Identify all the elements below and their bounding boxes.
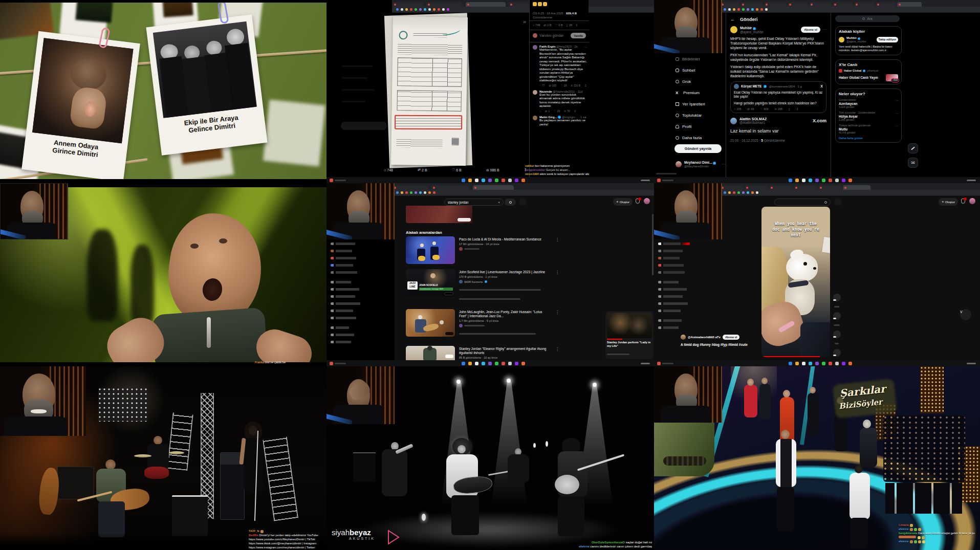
sidebar-item-messages[interactable]: Sohbet — [676, 64, 723, 76]
taskbar-icon[interactable] — [829, 179, 832, 182]
voice-search-button[interactable] — [834, 198, 842, 206]
sidebar-item-skeleton[interactable] — [331, 341, 392, 343]
repost-action[interactable]: ⇄69 — [748, 107, 754, 111]
bookmark-icon[interactable] — [419, 191, 422, 194]
follow-button[interactable]: Abone ol — [801, 27, 820, 33]
share-action[interactable]: ↥ — [584, 84, 586, 87]
youtube-search-box[interactable] — [774, 199, 831, 206]
taskbar-icon[interactable] — [848, 179, 852, 182]
sidebar-item-skeleton[interactable] — [658, 250, 720, 252]
sidebar-item-skeleton[interactable] — [331, 243, 392, 245]
taskbar-icon[interactable] — [842, 362, 845, 365]
search-result[interactable]: JAZZLINE JOHN SCOFIELD Leverkusener Jazz… — [406, 269, 559, 306]
taskbar-icon[interactable] — [829, 362, 832, 365]
result-title[interactable]: John Scofield live | Leverkusener Jazzta… — [459, 270, 550, 274]
quoted-post[interactable]: Kürşat METE ✓ @kursattmete1804 · 1 g X E… — [730, 81, 826, 114]
taskbar-icon[interactable] — [842, 179, 845, 182]
taskbar-icon[interactable] — [475, 179, 478, 182]
reply-item[interactable]: Fatih Ergin @ferg1923 · 2s ⋯ Mahkemenin,… — [533, 45, 587, 87]
taskbar-icon[interactable] — [789, 179, 792, 182]
reply-input[interactable]: Yanıtını gönder — [539, 34, 569, 37]
bookmark-icon[interactable] — [756, 8, 758, 11]
sidebar-item-skeleton[interactable] — [331, 310, 392, 312]
views-action[interactable]: ılı78 — [564, 109, 570, 113]
sidebar-item-skeleton[interactable] — [331, 250, 392, 252]
kebab-icon[interactable]: ⋮ — [555, 237, 559, 242]
bookmark-icon[interactable] — [396, 8, 399, 11]
like-button[interactable] — [833, 294, 841, 301]
taskbar-icon[interactable] — [495, 362, 498, 365]
bookmark-icon[interactable] — [751, 8, 754, 11]
bookmark-icon[interactable] — [428, 8, 431, 11]
result-title[interactable]: John McLaughlin, Jean-Luc Ponty, Zakir H… — [459, 310, 550, 318]
sidebar-item-communities[interactable]: Topluluklar — [676, 109, 723, 121]
sidebar-item-skeleton[interactable] — [658, 288, 720, 291]
taskbar-icon[interactable] — [482, 362, 485, 365]
like-action[interactable]: ♡6 B — [452, 168, 462, 172]
repost-action[interactable]: ⇄1 — [545, 109, 550, 113]
bookmark-icon[interactable] — [438, 8, 440, 11]
sidebar-item-skeleton[interactable] — [331, 334, 392, 336]
sidebar-item-skeleton[interactable] — [658, 257, 720, 259]
bookmark-icon[interactable] — [765, 8, 768, 11]
bookmark-icon[interactable] — [419, 8, 422, 11]
more-icon[interactable]: ⋯ — [895, 98, 898, 102]
bookmark-icon[interactable] — [401, 8, 403, 11]
bookmark-action[interactable]: ▯ — [789, 107, 790, 111]
taskbar-icon[interactable] — [835, 362, 839, 365]
subscribe-button[interactable]: Abone ol — [723, 335, 740, 340]
following-button[interactable]: Takip ediliyor — [877, 37, 898, 42]
sidebar-item-skeleton[interactable] — [331, 302, 392, 305]
dislike-button[interactable] — [833, 312, 841, 320]
channel-name[interactable]: WDR Konzerte — [464, 280, 483, 283]
bookmark-icon[interactable] — [405, 191, 408, 194]
clear-search-icon[interactable]: × — [498, 201, 500, 204]
sidebar-item-skeleton[interactable] — [331, 288, 392, 291]
taskbar-icon[interactable] — [809, 179, 812, 182]
taskbar-icon[interactable] — [802, 362, 805, 365]
bookmark-icon[interactable] — [433, 8, 435, 11]
search-result[interactable]: Paco de Lucia & Al Di Meola - Mediterran… — [406, 236, 559, 266]
taskbar-icon[interactable] — [515, 179, 518, 182]
bookmark-icon[interactable] — [410, 8, 412, 11]
bookmark-icon[interactable] — [433, 191, 435, 194]
bookmark-icon[interactable] — [742, 8, 745, 11]
share-action[interactable]: ↥ — [574, 109, 576, 113]
bookmark-icon[interactable] — [733, 8, 735, 11]
channel-handle[interactable]: @Animalworld993 aTv — [688, 336, 721, 339]
channel-avatar[interactable] — [459, 280, 463, 283]
taskbar-icon[interactable] — [462, 179, 465, 182]
trend-item[interactable]: Türk oyuncular · Gündemdekiler⋯ Hülya Av… — [839, 111, 898, 121]
more-icon[interactable]: ⋯ — [823, 28, 826, 32]
bookmark-icon[interactable] — [724, 8, 726, 11]
bookmark-icon[interactable] — [396, 191, 399, 194]
sidebar-item-skeleton[interactable] — [658, 271, 720, 274]
views-action[interactable]: ılı208 — [774, 107, 782, 111]
sidebar-item-skeleton[interactable] — [331, 281, 392, 283]
taskbar-icon[interactable] — [482, 179, 485, 182]
taskbar-icon[interactable] — [848, 362, 852, 365]
bookmark-icon[interactable] — [760, 8, 763, 11]
sidebar-item-skeleton[interactable] — [331, 271, 392, 274]
taskbar-icon[interactable] — [521, 362, 525, 365]
sidebar-item-skeleton[interactable] — [331, 317, 392, 319]
bookmark-icon[interactable] — [737, 8, 740, 11]
taskbar-icon[interactable] — [508, 362, 512, 365]
voice-search-button[interactable] — [519, 198, 527, 206]
sidebar-item-skeleton[interactable] — [658, 310, 720, 312]
reply-action[interactable]: ○748 — [384, 168, 393, 172]
sidebar-item-profile[interactable]: Profil — [676, 121, 723, 132]
share-action[interactable]: ↥ — [796, 107, 799, 111]
taskbar-clock[interactable] — [641, 363, 650, 364]
sidebar-item-skeleton[interactable] — [658, 326, 720, 329]
create-button[interactable]: + Oluştur — [613, 198, 633, 206]
taskbar-icon[interactable] — [475, 362, 478, 365]
taskbar-icon[interactable] — [468, 362, 472, 365]
bookmark-icon[interactable] — [747, 8, 749, 11]
sidebar-item-skeleton[interactable] — [331, 326, 392, 329]
taskbar-icon[interactable] — [488, 179, 492, 182]
next-short-button[interactable]: v — [960, 309, 971, 320]
reply-action[interactable]: ○77 — [539, 84, 545, 87]
taskbar-clock[interactable] — [967, 363, 976, 364]
search-result[interactable]: John McLaughlin, Jean-Luc Ponty, Zakir H… — [406, 309, 559, 342]
